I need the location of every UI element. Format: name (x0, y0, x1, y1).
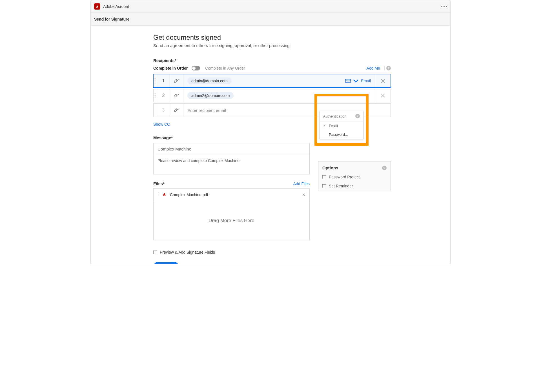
message-box: Complex Machine Please review and comple… (153, 143, 310, 174)
svg-point-17 (158, 196, 158, 196)
message-body-input[interactable]: Please review and complete Complex Machi… (154, 155, 309, 174)
subheader: Send for Signature (91, 13, 450, 26)
recipients-label: Recipients* (153, 58, 391, 63)
signer-role-icon[interactable] (170, 89, 183, 102)
options-heading: Options ? (318, 161, 391, 173)
svg-point-13 (158, 192, 158, 193)
complete-in-order-label: Complete in Order (153, 66, 188, 70)
content-area: Get documents signed Send an agreement t… (91, 26, 450, 264)
send-button[interactable]: Send (153, 262, 179, 264)
svg-point-7 (155, 93, 155, 94)
authentication-selector[interactable]: Email (341, 74, 375, 87)
recipient-row[interactable]: 1 admin@domain.com Email (153, 74, 391, 88)
file-name: Complex Machine.pdf (170, 192, 302, 197)
svg-point-1 (156, 78, 156, 79)
svg-point-10 (156, 95, 156, 96)
email-icon (345, 79, 351, 83)
subheader-title: Send for Signature (94, 17, 129, 21)
message-subject-input[interactable]: Complex Machine (154, 143, 309, 155)
files-label: Files* (153, 181, 165, 186)
message-label: Message* (153, 135, 310, 140)
recipient-order-number: 2 (157, 89, 170, 102)
files-dropzone[interactable]: Drag More Files Here (154, 201, 309, 240)
app-window: Adobe Acrobat Send for Signature Get doc… (90, 0, 451, 264)
svg-point-3 (156, 81, 156, 81)
password-protect-option[interactable]: Password Protect (318, 173, 391, 182)
remove-file-button[interactable]: ✕ (302, 192, 305, 197)
svg-point-2 (155, 81, 155, 81)
recipient-row[interactable]: 2 admin2@domain.com (153, 89, 391, 102)
titlebar: Adobe Acrobat (91, 0, 450, 13)
recipient-email-pill[interactable]: admin2@domain.com (187, 92, 234, 99)
page-subtitle: Send an agreement to others for e-signin… (153, 43, 391, 48)
add-files-link[interactable]: Add Files (293, 181, 310, 186)
svg-point-0 (155, 78, 155, 79)
authentication-dropdown: Authentication ? Email Password... (320, 111, 363, 139)
order-toggle-row: Complete in Order Complete in Any Order … (153, 66, 391, 71)
chevron-down-icon (353, 79, 359, 83)
drag-handle-icon[interactable] (154, 74, 157, 87)
svg-point-8 (156, 93, 156, 94)
checkbox-icon (322, 184, 326, 188)
pdf-file-icon (161, 191, 167, 198)
help-icon[interactable]: ? (382, 166, 387, 170)
add-me-link[interactable]: Add Me (367, 66, 380, 70)
signer-role-icon[interactable] (170, 104, 183, 117)
more-actions-button[interactable] (441, 6, 447, 7)
recipient-email-pill[interactable]: admin@domain.com (187, 77, 232, 84)
close-icon (381, 94, 385, 98)
svg-point-5 (156, 83, 156, 83)
app-title: Adobe Acrobat (103, 4, 441, 9)
page-title: Get documents signed (153, 34, 391, 41)
complete-order-toggle[interactable] (192, 66, 200, 70)
svg-point-12 (156, 98, 156, 98)
help-icon[interactable]: ? (355, 114, 360, 118)
acrobat-app-icon (94, 3, 100, 10)
svg-point-9 (155, 95, 155, 96)
authentication-label: Email (361, 79, 371, 83)
svg-point-4 (155, 83, 155, 83)
checkbox-icon (153, 251, 157, 254)
help-icon[interactable]: ? (386, 66, 391, 70)
recipient-email-input[interactable]: Enter recipient email (187, 108, 226, 113)
drag-handle-icon[interactable] (154, 89, 157, 102)
options-panel: Options ? Password Protect Set Reminder (318, 161, 391, 191)
files-box: Complex Machine.pdf ✕ Drag More Files He… (153, 188, 310, 240)
set-reminder-option[interactable]: Set Reminder (318, 182, 391, 191)
auth-option-password[interactable]: Password... (320, 130, 363, 139)
svg-point-18 (158, 196, 159, 196)
authentication-dropdown-heading: Authentication ? (320, 111, 363, 121)
preview-signature-fields-option[interactable]: Preview & Add Signature Fields (153, 250, 391, 254)
remove-recipient-button[interactable] (375, 74, 391, 87)
recipient-order-number: 1 (157, 74, 170, 87)
file-row[interactable]: Complex Machine.pdf ✕ (154, 189, 309, 201)
svg-point-14 (158, 192, 159, 193)
checkbox-icon (322, 175, 326, 179)
close-icon (381, 79, 385, 83)
recipient-order-number: 3 (157, 104, 170, 117)
show-cc-link[interactable]: Show CC (153, 122, 170, 127)
svg-point-16 (158, 194, 159, 194)
drag-handle-icon[interactable] (158, 192, 159, 198)
svg-point-15 (158, 194, 158, 194)
signer-role-icon[interactable] (170, 74, 183, 87)
auth-option-email[interactable]: Email (320, 121, 363, 130)
remove-recipient-button[interactable] (375, 89, 391, 102)
drag-handle-icon[interactable] (154, 104, 157, 117)
complete-any-order-label: Complete in Any Order (205, 66, 366, 70)
svg-point-11 (155, 98, 155, 98)
